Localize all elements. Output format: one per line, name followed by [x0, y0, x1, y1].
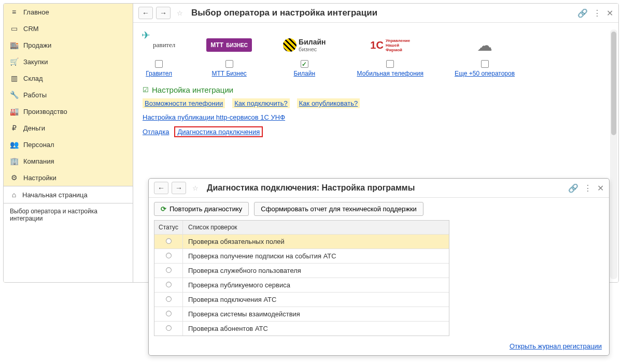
- integration-settings-heading: ☑ Настройка интеграции: [143, 85, 604, 94]
- modal-title: Диагностика подключения: Настройка прогр…: [207, 183, 415, 193]
- operator-link[interactable]: МТТ Бизнес: [212, 70, 247, 77]
- sidebar-item-sales[interactable]: 🏬Продажи: [4, 37, 133, 53]
- status-indicator: [166, 296, 172, 302]
- link-phone-features[interactable]: Возможности телефонии: [143, 98, 225, 108]
- operator-gravitel: равител Гравител: [143, 32, 175, 77]
- sidebar-item-label: Склад: [23, 75, 43, 82]
- favorite-star-icon[interactable]: ☆: [189, 182, 202, 194]
- link-debug[interactable]: Отладка: [143, 128, 169, 136]
- sidebar-item-main[interactable]: ≡Главное: [4, 4, 133, 20]
- modal-toolbar: ⟳Повторить диагностику Сформировать отче…: [149, 198, 609, 220]
- check-name: Проверка подключения АТС: [183, 293, 449, 307]
- link-how-connect[interactable]: Как подключить?: [232, 98, 290, 108]
- log-link-row: Открыть журнал регистрации: [149, 339, 609, 355]
- sidebar-item-purchases[interactable]: 🛒Закупки: [4, 53, 133, 70]
- scrollbar-thumb[interactable]: [611, 32, 616, 135]
- table-row[interactable]: Проверка системы взаимодействия: [154, 307, 449, 322]
- nav-forward-button[interactable]: →: [172, 182, 186, 194]
- col-status: Статус: [154, 221, 183, 234]
- check-name: Проверка получение подписки на события А…: [183, 249, 449, 263]
- repeat-diagnostics-button[interactable]: ⟳Повторить диагностику: [154, 202, 249, 216]
- link-icon[interactable]: 🔗: [577, 8, 588, 18]
- open-tabs-area: Выбор оператора и настройка интеграции: [4, 203, 133, 282]
- menu-icon: ≡: [10, 8, 18, 16]
- sidebar-item-label: Главное: [23, 8, 49, 16]
- gear-icon: ⚙: [10, 173, 18, 182]
- nav-back-button[interactable]: ←: [138, 7, 153, 19]
- warehouse-icon: ▥: [10, 74, 18, 82]
- wrench-icon: 🔧: [10, 91, 18, 99]
- main-header: ← → ☆ Выбор оператора и настройка интегр…: [133, 4, 618, 23]
- sidebar-item-money[interactable]: ₽Деньги: [4, 120, 133, 136]
- more-icon[interactable]: ⋮: [584, 183, 592, 193]
- status-indicator: [166, 282, 172, 287]
- operator-link[interactable]: Гравител: [146, 70, 172, 77]
- favorite-star-icon[interactable]: ☆: [174, 7, 186, 19]
- check-name: Проверка системы взаимодействия: [183, 307, 449, 321]
- generate-report-button[interactable]: Сформировать отчет для технической подде…: [254, 202, 423, 216]
- operator-checkbox[interactable]: [481, 60, 489, 68]
- checkbox-icon: ☑: [143, 86, 149, 94]
- open-log-link[interactable]: Открыть журнал регистрации: [510, 342, 602, 350]
- sidebar-item-label: Работы: [23, 91, 47, 99]
- checks-table: Статус Список проверок Проверка обязател…: [154, 220, 449, 336]
- factory-icon: 🏭: [10, 107, 18, 115]
- sidebar-item-personnel[interactable]: 👥Персонал: [4, 136, 133, 153]
- 1c-logo: 1CУправление Нашей Фирмой: [370, 32, 410, 58]
- sidebar-item-warehouse[interactable]: ▥Склад: [4, 70, 133, 86]
- cart-icon: 🛒: [10, 57, 18, 66]
- status-indicator: [166, 325, 172, 331]
- nav-forward-button[interactable]: →: [156, 7, 171, 19]
- sidebar: ≡Главное ▭CRM 🏬Продажи 🛒Закупки ▥Склад 🔧…: [4, 4, 133, 282]
- table-header-row: Статус Список проверок: [154, 221, 449, 235]
- section-title: Настройка интеграции: [152, 85, 233, 94]
- building-icon: 🏢: [10, 157, 18, 165]
- table-row[interactable]: Проверка подключения АТС: [154, 293, 449, 307]
- sidebar-item-crm[interactable]: ▭CRM: [4, 20, 133, 37]
- scrollbar[interactable]: [610, 30, 617, 279]
- button-label: Сформировать отчет для технической подде…: [261, 205, 417, 213]
- table-row[interactable]: Проверка обязательных полей: [154, 235, 449, 249]
- check-name: Проверка абонентов АТС: [183, 322, 449, 336]
- highlighted-diagnostics-link: Диагностика подключения: [174, 126, 263, 137]
- table-row[interactable]: Проверка служебного пользователя: [154, 264, 449, 278]
- operator-link[interactable]: Билайн: [293, 70, 315, 77]
- money-icon: ₽: [10, 124, 18, 132]
- status-indicator: [166, 311, 172, 316]
- mtt-logo: МТТ БИЗНЕС: [206, 32, 252, 58]
- sidebar-item-label: Производство: [23, 108, 67, 115]
- link-icon[interactable]: 🔗: [568, 183, 578, 193]
- current-tab-label[interactable]: Выбор оператора и настройка интеграции: [10, 208, 97, 222]
- button-label: Повторить диагностику: [169, 205, 242, 213]
- more-icon[interactable]: ⋮: [593, 8, 601, 18]
- sidebar-item-settings[interactable]: ⚙Настройки: [4, 169, 133, 186]
- operator-checkbox[interactable]: [301, 60, 308, 68]
- sidebar-item-label: Компания: [23, 157, 54, 165]
- operator-link[interactable]: Еще +50 операторов: [455, 70, 515, 77]
- operator-link[interactable]: Мобильная телефония: [357, 70, 423, 77]
- link-diagnostics[interactable]: Диагностика подключения: [177, 128, 260, 136]
- operator-beeline: Билайнбизнес Билайн: [283, 32, 326, 77]
- page-title: Выбор оператора и настройка интеграции: [191, 8, 377, 18]
- table-row[interactable]: Проверка получение подписки на события А…: [154, 249, 449, 264]
- close-icon[interactable]: ✕: [606, 8, 613, 18]
- table-row[interactable]: Проверка абонентов АТС: [154, 322, 449, 336]
- link-http-services[interactable]: Настройка публикации http-сервисов 1С УН…: [143, 113, 285, 121]
- close-icon[interactable]: ✕: [597, 183, 604, 193]
- operator-checkbox[interactable]: [386, 60, 394, 68]
- table-row[interactable]: Проверка публикуемого сервиса: [154, 278, 449, 293]
- operator-checkbox[interactable]: [225, 60, 233, 68]
- operator-checkbox[interactable]: [155, 60, 163, 68]
- home-page-row[interactable]: ⌂ Начальная страница: [4, 186, 133, 203]
- link-how-publish[interactable]: Как опубликовать?: [297, 98, 360, 108]
- home-icon: ⌂: [10, 191, 18, 199]
- sidebar-item-label: Деньги: [23, 124, 45, 132]
- operator-more: ☁ Еще +50 операторов: [455, 32, 515, 77]
- status-indicator: [166, 267, 172, 273]
- sidebar-item-label: Закупки: [23, 58, 48, 66]
- modal-header: ← → ☆ Диагностика подключения: Настройка…: [149, 179, 609, 198]
- sidebar-item-production[interactable]: 🏭Производство: [4, 103, 133, 120]
- nav-back-button[interactable]: ←: [154, 182, 168, 194]
- sidebar-item-works[interactable]: 🔧Работы: [4, 86, 133, 103]
- sidebar-item-company[interactable]: 🏢Компания: [4, 153, 133, 169]
